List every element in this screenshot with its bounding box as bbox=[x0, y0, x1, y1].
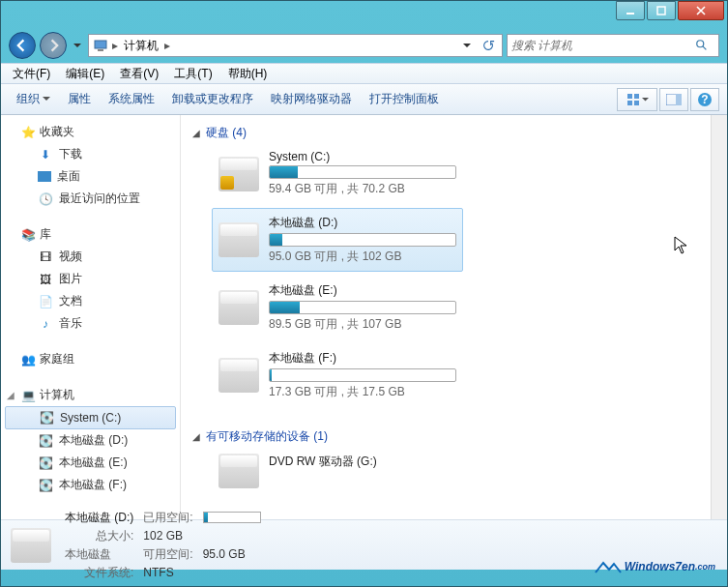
drive-local-f[interactable]: 本地磁盘 (F:) 17.3 GB 可用 , 共 17.5 GB bbox=[212, 343, 463, 407]
nav-desktop[interactable]: 桌面 bbox=[1, 165, 180, 188]
cmd-system-properties[interactable]: 系统属性 bbox=[101, 87, 162, 111]
download-icon: ⬇ bbox=[38, 147, 53, 162]
drive-icon: 💽 bbox=[39, 410, 54, 426]
breadcrumb-separator[interactable]: ▸ bbox=[164, 39, 170, 52]
nav-libraries-header[interactable]: 📚库 bbox=[1, 223, 180, 246]
drive-name: DVD RW 驱动器 (G:) bbox=[269, 454, 456, 470]
nav-drive-e[interactable]: 💽本地磁盘 (E:) bbox=[1, 452, 180, 474]
computer-icon: 💻 bbox=[20, 388, 36, 403]
drive-dvd-g[interactable]: DVD RW 驱动器 (G:) bbox=[212, 447, 463, 495]
drive-space: 17.3 GB 可用 , 共 17.5 GB bbox=[269, 384, 456, 400]
help-button[interactable]: ? bbox=[690, 88, 719, 111]
maximize-button[interactable] bbox=[647, 1, 676, 20]
svg-rect-0 bbox=[657, 7, 665, 15]
drive-icon bbox=[218, 157, 259, 191]
free-space-value: 95.0 GB bbox=[203, 547, 261, 561]
svg-rect-4 bbox=[627, 94, 632, 99]
nav-documents[interactable]: 📄文档 bbox=[1, 290, 180, 312]
expand-icon[interactable]: ◢ bbox=[7, 390, 15, 400]
size-value: 102 GB bbox=[143, 529, 192, 543]
cmd-map-drive[interactable]: 映射网络驱动器 bbox=[263, 87, 360, 111]
details-title: 本地磁盘 (D:) bbox=[65, 510, 133, 526]
nav-pictures[interactable]: 🖼图片 bbox=[1, 268, 180, 290]
forward-button[interactable] bbox=[40, 32, 67, 59]
menu-help[interactable]: 帮助(H) bbox=[220, 64, 276, 84]
menu-tools[interactable]: 工具(T) bbox=[166, 64, 219, 84]
free-space-label: 可用空间: bbox=[143, 546, 192, 563]
desktop-icon bbox=[38, 171, 51, 182]
nav-homegroup-header[interactable]: 👥家庭组 bbox=[1, 348, 180, 370]
titlebar bbox=[1, 1, 727, 28]
search-box[interactable] bbox=[507, 34, 719, 57]
drive-name: 本地磁盘 (F:) bbox=[269, 350, 456, 367]
music-icon: ♪ bbox=[38, 316, 53, 332]
nav-drive-d[interactable]: 💽本地磁盘 (D:) bbox=[1, 429, 180, 452]
recent-icon: 🕓 bbox=[38, 191, 53, 207]
picture-icon: 🖼 bbox=[38, 272, 53, 287]
drive-icon bbox=[218, 222, 259, 257]
nav-downloads[interactable]: ⬇下载 bbox=[1, 143, 180, 165]
size-label: 总大小: bbox=[65, 528, 133, 544]
capacity-bar bbox=[269, 165, 456, 179]
nav-drive-f[interactable]: 💽本地磁盘 (F:) bbox=[1, 474, 180, 496]
capacity-bar bbox=[269, 301, 456, 314]
document-icon: 📄 bbox=[38, 294, 53, 309]
nav-recent[interactable]: 🕓最近访问的位置 bbox=[1, 188, 180, 210]
cmd-properties[interactable]: 属性 bbox=[60, 87, 99, 111]
library-icon: 📚 bbox=[20, 227, 36, 243]
drive-space: 89.5 GB 可用 , 共 107 GB bbox=[269, 316, 456, 333]
drive-icon: 💽 bbox=[38, 478, 53, 493]
nav-computer-header[interactable]: ◢💻计算机 bbox=[1, 384, 180, 406]
command-bar: 组织 属性 系统属性 卸载或更改程序 映射网络驱动器 打开控制面板 ? bbox=[1, 84, 727, 115]
drive-name: 本地磁盘 (D:) bbox=[269, 215, 456, 231]
dvd-drive-icon bbox=[218, 454, 259, 488]
details-type: 本地磁盘 bbox=[65, 546, 133, 563]
drive-local-e[interactable]: 本地磁盘 (E:) 89.5 GB 可用 , 共 107 GB bbox=[212, 276, 463, 339]
vertical-scrollbar[interactable] bbox=[711, 115, 727, 519]
section-removable-header[interactable]: ◢有可移动存储的设备 (1) bbox=[192, 426, 699, 447]
homegroup-icon: 👥 bbox=[20, 352, 36, 367]
menu-file[interactable]: 文件(F) bbox=[5, 64, 58, 84]
drive-system-c[interactable]: System (C:) 59.4 GB 可用 , 共 70.2 GB bbox=[212, 143, 463, 204]
cmd-uninstall[interactable]: 卸载或更改程序 bbox=[164, 87, 261, 111]
details-pane: 本地磁盘 (D:) 已用空间: 总大小: 102 GB 本地磁盘 可用空间: 9… bbox=[1, 519, 727, 570]
back-button[interactable] bbox=[9, 32, 36, 59]
cursor-icon bbox=[674, 236, 689, 255]
close-button[interactable] bbox=[678, 1, 724, 20]
preview-pane-button[interactable] bbox=[659, 88, 688, 111]
svg-rect-9 bbox=[676, 94, 682, 105]
search-input[interactable] bbox=[511, 39, 695, 52]
drive-space: 95.0 GB 可用 , 共 102 GB bbox=[269, 249, 456, 265]
nav-drive-c[interactable]: 💽System (C:) bbox=[5, 406, 176, 429]
explorer-window: ▸ 计算机 ▸ 文件(F) 编辑(E) 查看(V) 工具(T) 帮助(H) 组织… bbox=[0, 0, 728, 587]
nav-music[interactable]: ♪音乐 bbox=[1, 312, 180, 335]
section-hdd-header[interactable]: ◢硬盘 (4) bbox=[192, 123, 699, 143]
navigation-pane: ⭐收藏夹 ⬇下载 桌面 🕓最近访问的位置 📚库 🎞视频 🖼图片 📄文档 ♪音乐 … bbox=[1, 115, 181, 519]
history-dropdown[interactable] bbox=[71, 35, 84, 56]
minimize-button[interactable] bbox=[616, 1, 645, 20]
breadcrumb-separator[interactable]: ▸ bbox=[112, 39, 118, 52]
collapse-icon: ◢ bbox=[192, 431, 200, 442]
view-mode-button[interactable] bbox=[617, 88, 657, 111]
breadcrumb-computer[interactable]: 计算机 bbox=[122, 38, 160, 54]
refresh-button[interactable] bbox=[479, 36, 498, 55]
computer-icon bbox=[93, 38, 108, 53]
menu-edit[interactable]: 编辑(E) bbox=[58, 64, 112, 84]
svg-rect-5 bbox=[634, 94, 639, 99]
svg-rect-7 bbox=[634, 101, 639, 105]
svg-rect-1 bbox=[95, 41, 106, 48]
drive-icon bbox=[11, 528, 51, 563]
cmd-organize[interactable]: 组织 bbox=[9, 87, 58, 111]
address-dropdown[interactable] bbox=[457, 36, 477, 55]
drive-icon bbox=[218, 358, 259, 393]
drive-icon bbox=[218, 290, 259, 325]
nav-videos[interactable]: 🎞视频 bbox=[1, 246, 180, 268]
body: ⭐收藏夹 ⬇下载 桌面 🕓最近访问的位置 📚库 🎞视频 🖼图片 📄文档 ♪音乐 … bbox=[1, 115, 727, 519]
nav-favorites-header[interactable]: ⭐收藏夹 bbox=[1, 121, 180, 143]
menu-view[interactable]: 查看(V) bbox=[112, 64, 166, 84]
drive-local-d[interactable]: 本地磁盘 (D:) 95.0 GB 可用 , 共 102 GB bbox=[212, 208, 463, 272]
cmd-control-panel[interactable]: 打开控制面板 bbox=[362, 87, 447, 111]
capacity-bar bbox=[269, 233, 456, 247]
svg-point-3 bbox=[697, 41, 704, 47]
address-bar[interactable]: ▸ 计算机 ▸ bbox=[88, 34, 503, 57]
